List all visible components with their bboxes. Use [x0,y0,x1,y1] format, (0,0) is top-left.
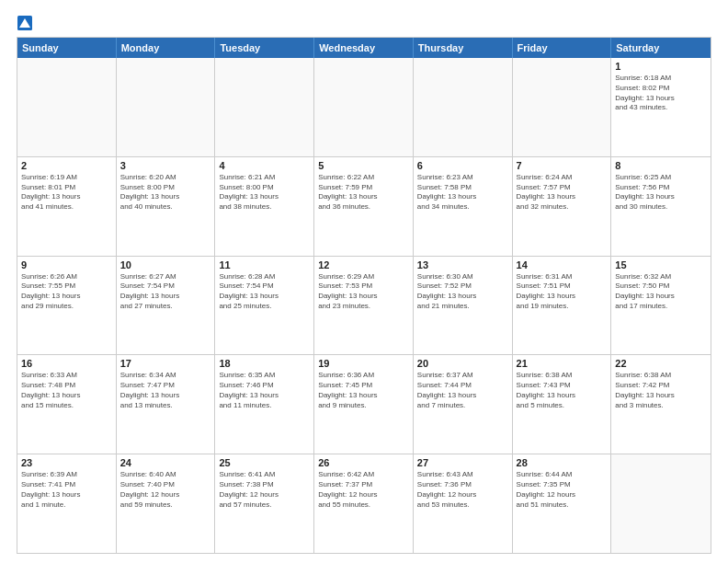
day-number: 15 [615,259,707,270]
day-number: 5 [318,160,409,171]
day-info: Sunrise: 6:32 AM Sunset: 7:50 PM Dayligh… [615,272,707,312]
day-cell-28: 28Sunrise: 6:44 AM Sunset: 7:35 PM Dayli… [513,454,612,553]
weekday-header-tuesday: Tuesday [215,38,314,58]
day-info: Sunrise: 6:18 AM Sunset: 8:02 PM Dayligh… [615,74,707,113]
day-info: Sunrise: 6:33 AM Sunset: 7:48 PM Dayligh… [21,371,112,410]
day-cell-13: 13Sunrise: 6:30 AM Sunset: 7:52 PM Dayli… [414,257,513,355]
empty-cell-0-2 [215,58,314,156]
calendar-body: 1Sunrise: 6:18 AM Sunset: 8:02 PM Daylig… [17,58,711,553]
day-cell-11: 11Sunrise: 6:28 AM Sunset: 7:54 PM Dayli… [215,257,314,355]
empty-cell-0-3 [314,58,414,156]
day-info: Sunrise: 6:19 AM Sunset: 8:01 PM Dayligh… [21,173,112,213]
day-number: 13 [417,259,508,270]
empty-cell-4-6 [611,454,711,553]
day-info: Sunrise: 6:38 AM Sunset: 7:42 PM Dayligh… [615,371,707,410]
day-number: 9 [21,259,112,270]
day-cell-22: 22Sunrise: 6:38 AM Sunset: 7:42 PM Dayli… [611,355,711,454]
day-cell-6: 6Sunrise: 6:23 AM Sunset: 7:58 PM Daylig… [414,157,513,256]
day-info: Sunrise: 6:30 AM Sunset: 7:52 PM Dayligh… [417,272,508,312]
calendar-row-3: 16Sunrise: 6:33 AM Sunset: 7:48 PM Dayli… [17,354,711,454]
day-cell-9: 9Sunrise: 6:26 AM Sunset: 7:55 PM Daylig… [17,257,117,355]
day-number: 11 [219,259,310,270]
day-cell-8: 8Sunrise: 6:25 AM Sunset: 7:56 PM Daylig… [611,157,711,256]
day-info: Sunrise: 6:27 AM Sunset: 7:54 PM Dayligh… [120,272,211,312]
day-number: 24 [120,457,211,468]
day-info: Sunrise: 6:24 AM Sunset: 7:57 PM Dayligh… [517,173,608,213]
day-number: 3 [120,160,211,171]
day-cell-20: 20Sunrise: 6:37 AM Sunset: 7:44 PM Dayli… [414,355,513,454]
calendar: SundayMondayTuesdayWednesdayThursdayFrid… [17,37,711,554]
logo-icon [17,15,33,31]
day-cell-18: 18Sunrise: 6:35 AM Sunset: 7:46 PM Dayli… [215,355,314,454]
day-cell-12: 12Sunrise: 6:29 AM Sunset: 7:53 PM Dayli… [314,257,414,355]
day-number: 17 [120,358,211,369]
day-number: 22 [615,358,707,369]
day-cell-2: 2Sunrise: 6:19 AM Sunset: 8:01 PM Daylig… [17,157,117,256]
day-number: 18 [219,358,310,369]
day-info: Sunrise: 6:39 AM Sunset: 7:41 PM Dayligh… [21,470,112,510]
day-cell-7: 7Sunrise: 6:24 AM Sunset: 7:57 PM Daylig… [513,157,612,256]
day-number: 25 [219,457,310,468]
weekday-header-monday: Monday [117,38,216,58]
empty-cell-0-0 [17,58,117,156]
day-info: Sunrise: 6:37 AM Sunset: 7:44 PM Dayligh… [417,371,508,410]
day-cell-1: 1Sunrise: 6:18 AM Sunset: 8:02 PM Daylig… [611,58,711,156]
day-cell-23: 23Sunrise: 6:39 AM Sunset: 7:41 PM Dayli… [17,454,117,553]
calendar-row-4: 23Sunrise: 6:39 AM Sunset: 7:41 PM Dayli… [17,454,711,553]
day-info: Sunrise: 6:21 AM Sunset: 8:00 PM Dayligh… [219,173,310,213]
day-cell-5: 5Sunrise: 6:22 AM Sunset: 7:59 PM Daylig… [314,157,414,256]
day-info: Sunrise: 6:40 AM Sunset: 7:40 PM Dayligh… [120,470,211,510]
logo [17,15,35,31]
empty-cell-0-5 [513,58,612,156]
day-info: Sunrise: 6:34 AM Sunset: 7:47 PM Dayligh… [120,371,211,410]
day-number: 19 [318,358,409,369]
day-cell-16: 16Sunrise: 6:33 AM Sunset: 7:48 PM Dayli… [17,355,117,454]
day-number: 10 [120,259,211,270]
day-info: Sunrise: 6:29 AM Sunset: 7:53 PM Dayligh… [318,272,409,312]
day-cell-4: 4Sunrise: 6:21 AM Sunset: 8:00 PM Daylig… [215,157,314,256]
day-info: Sunrise: 6:22 AM Sunset: 7:59 PM Dayligh… [318,173,409,213]
day-cell-24: 24Sunrise: 6:40 AM Sunset: 7:40 PM Dayli… [117,454,216,553]
day-info: Sunrise: 6:28 AM Sunset: 7:54 PM Dayligh… [219,272,310,312]
day-cell-14: 14Sunrise: 6:31 AM Sunset: 7:51 PM Dayli… [513,257,612,355]
day-number: 20 [417,358,508,369]
calendar-row-0: 1Sunrise: 6:18 AM Sunset: 8:02 PM Daylig… [17,58,711,156]
day-number: 4 [219,160,310,171]
day-number: 8 [615,160,707,171]
day-number: 23 [21,457,112,468]
day-cell-17: 17Sunrise: 6:34 AM Sunset: 7:47 PM Dayli… [117,355,216,454]
day-number: 16 [21,358,112,369]
day-info: Sunrise: 6:25 AM Sunset: 7:56 PM Dayligh… [615,173,707,213]
weekday-header-saturday: Saturday [611,38,711,58]
day-info: Sunrise: 6:43 AM Sunset: 7:36 PM Dayligh… [417,470,508,510]
weekday-header-wednesday: Wednesday [314,38,414,58]
weekday-header-thursday: Thursday [414,38,513,58]
day-cell-21: 21Sunrise: 6:38 AM Sunset: 7:43 PM Dayli… [513,355,612,454]
day-info: Sunrise: 6:44 AM Sunset: 7:35 PM Dayligh… [517,470,608,510]
day-info: Sunrise: 6:38 AM Sunset: 7:43 PM Dayligh… [517,371,608,410]
day-cell-27: 27Sunrise: 6:43 AM Sunset: 7:36 PM Dayli… [414,454,513,553]
day-info: Sunrise: 6:31 AM Sunset: 7:51 PM Dayligh… [517,272,608,312]
empty-cell-0-1 [117,58,216,156]
day-info: Sunrise: 6:36 AM Sunset: 7:45 PM Dayligh… [318,371,409,410]
day-cell-19: 19Sunrise: 6:36 AM Sunset: 7:45 PM Dayli… [314,355,414,454]
day-number: 2 [21,160,112,171]
calendar-header: SundayMondayTuesdayWednesdayThursdayFrid… [17,38,711,58]
day-number: 28 [517,457,608,468]
day-number: 26 [318,457,409,468]
page: SundayMondayTuesdayWednesdayThursdayFrid… [0,0,728,563]
day-number: 6 [417,160,508,171]
day-cell-15: 15Sunrise: 6:32 AM Sunset: 7:50 PM Dayli… [611,257,711,355]
empty-cell-0-4 [414,58,513,156]
day-info: Sunrise: 6:41 AM Sunset: 7:38 PM Dayligh… [219,470,310,510]
day-info: Sunrise: 6:26 AM Sunset: 7:55 PM Dayligh… [21,272,112,312]
day-number: 21 [517,358,608,369]
calendar-row-2: 9Sunrise: 6:26 AM Sunset: 7:55 PM Daylig… [17,256,711,355]
day-info: Sunrise: 6:23 AM Sunset: 7:58 PM Dayligh… [417,173,508,213]
day-cell-3: 3Sunrise: 6:20 AM Sunset: 8:00 PM Daylig… [117,157,216,256]
day-info: Sunrise: 6:35 AM Sunset: 7:46 PM Dayligh… [219,371,310,410]
day-number: 1 [615,61,707,72]
day-info: Sunrise: 6:20 AM Sunset: 8:00 PM Dayligh… [120,173,211,213]
weekday-header-friday: Friday [513,38,612,58]
calendar-row-1: 2Sunrise: 6:19 AM Sunset: 8:01 PM Daylig… [17,156,711,256]
